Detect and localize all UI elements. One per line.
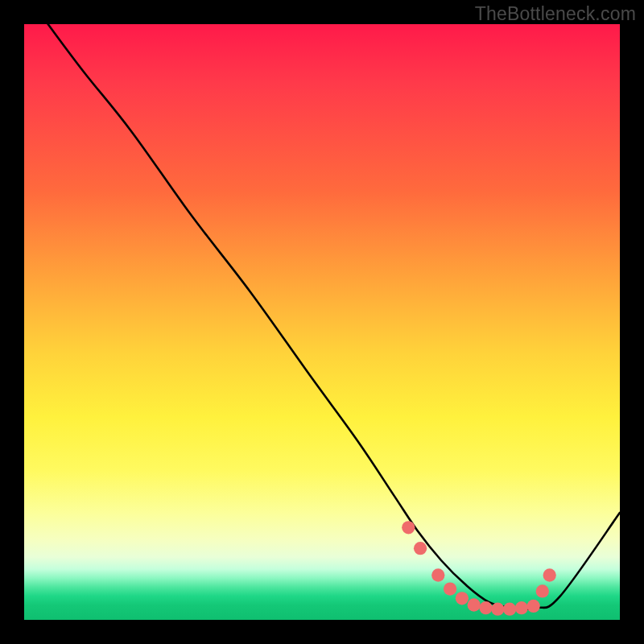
optimum-dot [431, 568, 444, 581]
plot-area [24, 24, 620, 620]
optimum-dot [515, 601, 528, 614]
optimum-dot [456, 592, 469, 605]
chart-frame: TheBottleneck.com [0, 0, 644, 644]
watermark-text: TheBottleneck.com [475, 3, 636, 25]
optimum-dots-group [402, 521, 556, 616]
optimum-dot [536, 584, 549, 597]
optimum-dot [402, 521, 415, 534]
optimum-dot [527, 600, 540, 613]
optimum-dot [468, 598, 481, 611]
optimum-dot [479, 601, 492, 614]
optimum-dot [503, 603, 516, 616]
marker-dots-svg [24, 24, 620, 620]
optimum-dot [444, 582, 456, 595]
optimum-dot [491, 603, 504, 616]
optimum-dot [543, 568, 556, 581]
optimum-dot [414, 542, 427, 555]
